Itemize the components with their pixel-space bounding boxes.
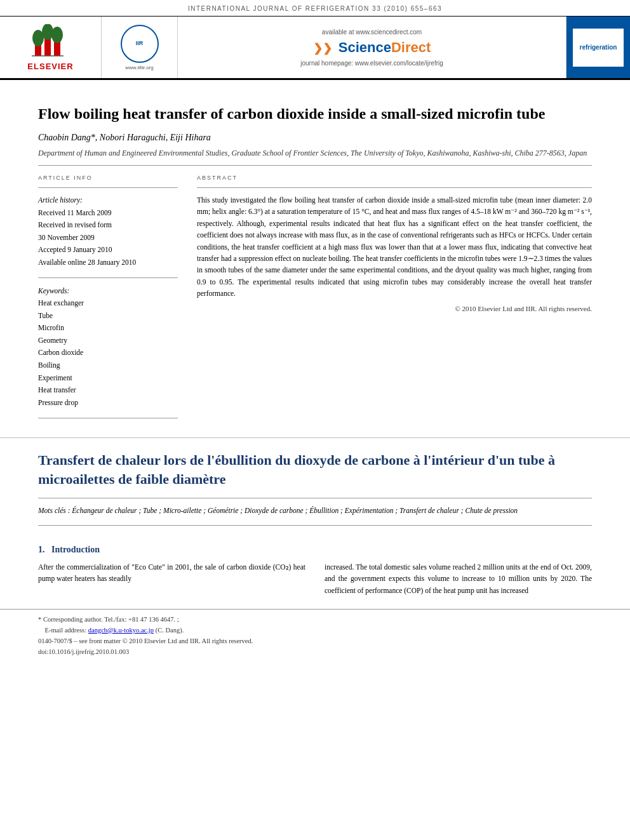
authors: Chaobin Dang*, Nobori Haraguchi, Eiji Hi… bbox=[38, 133, 592, 143]
journal-cover: refrigeration bbox=[566, 17, 630, 78]
keywords-label: Keywords: bbox=[38, 287, 178, 295]
received-1: Received 11 March 2009 bbox=[38, 207, 178, 220]
corresponding-note: * Corresponding author. Tel./fax: +81 47… bbox=[38, 615, 592, 625]
elsevier-tree-icon bbox=[29, 24, 73, 59]
sd-arrows-icon: ❯❯ bbox=[313, 42, 332, 55]
iir-logo: IIR www.iifiir.org bbox=[102, 17, 178, 78]
footnotes: * Corresponding author. Tel./fax: +81 47… bbox=[0, 609, 630, 657]
keyword-7: Experiment bbox=[38, 372, 178, 385]
right-column: Abstract This study investigated the flo… bbox=[197, 175, 592, 425]
copyright: © 2010 Elsevier Ltd and IIR. All rights … bbox=[197, 305, 592, 312]
article-title: Flow boiling heat transfer of carbon dio… bbox=[38, 104, 592, 124]
iir-circle: IIR bbox=[121, 25, 159, 63]
intro-right: increased. The total domestic sales volu… bbox=[325, 561, 592, 596]
received-revised-date: 30 November 2009 bbox=[38, 232, 178, 244]
left-column: Article Info Article history: Received 1… bbox=[38, 175, 178, 425]
sd-science-text: Science bbox=[338, 39, 391, 55]
intro-columns: After the commercialization of "Eco Cute… bbox=[38, 561, 592, 596]
sciencedirect-logo: available at www.sciencedirect.com ❯❯ Sc… bbox=[178, 17, 566, 78]
sd-homepage-text: journal homepage: www.elsevier.com/locat… bbox=[300, 60, 443, 67]
issn-note: 0140-7007/$ – see front matter © 2010 El… bbox=[38, 636, 592, 647]
elsevier-label: ELSEVIER bbox=[27, 62, 73, 71]
svg-point-4 bbox=[42, 24, 53, 40]
divider-1 bbox=[38, 165, 592, 166]
accepted-date: Accepted 9 January 2010 bbox=[38, 244, 178, 257]
journal-logo-box: refrigeration bbox=[573, 29, 624, 67]
available-online: Available online 28 January 2010 bbox=[38, 257, 178, 269]
email-label: E-mail address: bbox=[45, 627, 87, 634]
intro-title: Introduction bbox=[51, 545, 100, 554]
introduction-section: 1. Introduction After the commercializat… bbox=[0, 545, 630, 609]
keyword-3: Microfin bbox=[38, 322, 178, 335]
keyword-8: Heat transfer bbox=[38, 384, 178, 397]
keywords-block: Keywords: Heat exchanger Tube Microfin G… bbox=[38, 287, 178, 409]
email-link[interactable]: dangcb@k.u-tokyo.ac.jp bbox=[88, 627, 154, 634]
intro-number: 1. bbox=[38, 545, 45, 554]
sd-available-text: available at www.sciencedirect.com bbox=[322, 29, 422, 36]
keyword-6: Boiling bbox=[38, 359, 178, 372]
email-note: E-mail address: dangcb@k.u-tokyo.ac.jp (… bbox=[38, 625, 592, 636]
article-body-columns: Article Info Article history: Received 1… bbox=[38, 175, 592, 425]
affiliation: Department of Human and Engineered Envir… bbox=[38, 148, 592, 159]
corresponding-text: * Corresponding author. Tel./fax: +81 47… bbox=[38, 616, 179, 623]
journal-header: International Journal of Refrigeration 3… bbox=[0, 0, 630, 17]
french-title: Transfert de chaleur lors de l'ébullitio… bbox=[38, 451, 592, 488]
sd-logo-text: ❯❯ ScienceDirect bbox=[313, 39, 431, 56]
elsevier-logo: ELSEVIER bbox=[0, 17, 102, 78]
abstract-label: Abstract bbox=[197, 175, 592, 181]
keyword-1: Heat exchanger bbox=[38, 297, 178, 310]
divider-info bbox=[38, 187, 178, 188]
french-section: Transfert de chaleur lors de l'ébullitio… bbox=[0, 437, 630, 545]
intro-right-text: increased. The total domestic sales volu… bbox=[325, 561, 592, 596]
article-history: Article history: Received 11 March 2009 … bbox=[38, 194, 178, 269]
divider-kw bbox=[38, 277, 178, 278]
svg-point-5 bbox=[51, 27, 63, 43]
intro-left-text: After the commercialization of "Eco Cute… bbox=[38, 561, 305, 585]
divider-end-left bbox=[38, 418, 178, 418]
logos-row: ELSEVIER IIR www.iifiir.org available at… bbox=[0, 17, 630, 80]
keyword-5: Carbon dioxide bbox=[38, 347, 178, 359]
article-info-label: Article Info bbox=[38, 175, 178, 181]
french-divider-1 bbox=[38, 498, 592, 498]
french-divider-2 bbox=[38, 525, 592, 526]
doi-note: doi:10.1016/j.ijrefrig.2010.01.003 bbox=[38, 647, 592, 658]
intro-left: After the commercialization of "Eco Cute… bbox=[38, 561, 305, 596]
main-content: Flow boiling heat transfer of carbon dio… bbox=[0, 80, 630, 437]
received-revised-label: Received in revised form bbox=[38, 219, 178, 232]
iir-text: IIR bbox=[136, 40, 144, 47]
intro-heading: 1. Introduction bbox=[38, 545, 592, 555]
keyword-9: Pressure drop bbox=[38, 397, 178, 410]
abstract-text: This study investigated the flow boiling… bbox=[197, 194, 592, 300]
keyword-4: Geometry bbox=[38, 335, 178, 347]
keyword-2: Tube bbox=[38, 310, 178, 323]
email-name: (C. Dang). bbox=[156, 627, 184, 634]
divider-abstract bbox=[197, 187, 592, 188]
history-label: Article history: bbox=[38, 194, 178, 207]
iir-url: www.iifiir.org bbox=[125, 65, 153, 70]
mots-cles: Mots clés : Échangeur de chaleur ; Tube … bbox=[38, 505, 592, 516]
